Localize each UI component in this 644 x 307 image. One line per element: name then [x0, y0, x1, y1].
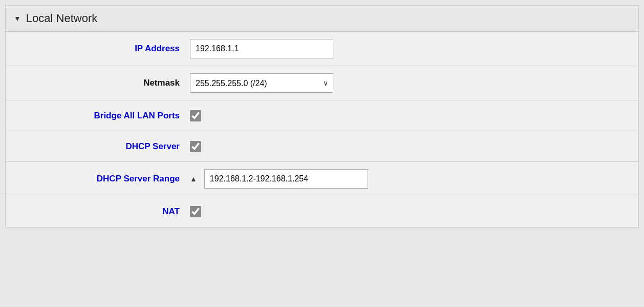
bridge-lan-checkbox[interactable]	[190, 110, 201, 121]
nat-field	[190, 206, 201, 217]
panel-header: ▼ Local Network	[6, 6, 638, 32]
nat-row: NAT	[6, 196, 638, 227]
dhcp-range-row: DHCP Server Range ▲	[6, 162, 638, 196]
collapse-icon[interactable]: ▼	[14, 14, 21, 23]
dhcp-range-sort-icon[interactable]: ▲	[190, 175, 197, 183]
netmask-row: Netmask 255.255.255.0 (/24) 255.255.0.0 …	[6, 66, 638, 100]
dhcp-server-checkbox[interactable]	[190, 141, 201, 152]
bridge-lan-field	[190, 110, 201, 121]
dhcp-server-field	[190, 141, 201, 152]
ip-address-row: IP Address	[6, 32, 638, 66]
dhcp-range-field: ▲	[190, 169, 368, 189]
netmask-select-wrapper: 255.255.255.0 (/24) 255.255.0.0 (/16) 25…	[190, 73, 333, 93]
netmask-field: 255.255.255.0 (/24) 255.255.0.0 (/16) 25…	[190, 73, 333, 93]
bridge-lan-row: Bridge All LAN Ports	[6, 100, 638, 131]
dhcp-range-label: DHCP Server Range	[16, 174, 190, 184]
nat-checkbox[interactable]	[190, 206, 201, 217]
netmask-select[interactable]: 255.255.255.0 (/24) 255.255.0.0 (/16) 25…	[190, 73, 333, 93]
ip-address-input[interactable]	[190, 39, 333, 58]
dhcp-range-input[interactable]	[204, 169, 368, 189]
dhcp-server-label: DHCP Server	[16, 141, 190, 152]
netmask-label: Netmask	[16, 78, 190, 88]
nat-label: NAT	[16, 207, 190, 217]
ip-address-field	[190, 39, 333, 58]
ip-address-label: IP Address	[16, 44, 190, 54]
dhcp-server-row: DHCP Server	[6, 131, 638, 162]
panel-title: Local Network	[26, 12, 97, 25]
bridge-lan-label: Bridge All LAN Ports	[16, 111, 190, 121]
local-network-panel: ▼ Local Network IP Address Netmask 255.2…	[5, 5, 639, 228]
